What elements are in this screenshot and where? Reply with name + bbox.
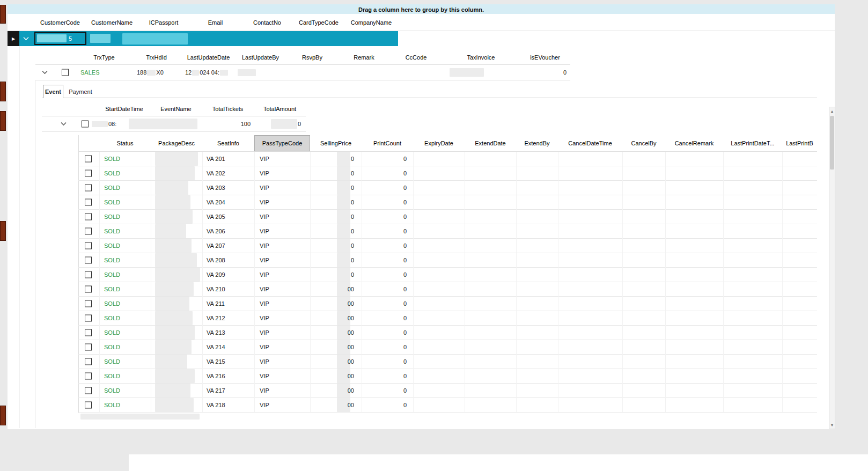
- ticket-row-va-211: SOLDVA 211VIP000: [78, 297, 817, 311]
- detail-indent-line: [35, 80, 36, 428]
- ticket-row-va-215: SOLDVA 215VIP000: [78, 355, 817, 369]
- column-header-email[interactable]: Email: [189, 14, 241, 31]
- ticket-checkbox[interactable]: [85, 214, 92, 220]
- column-header-lastupdatedate[interactable]: LastUpdateDate: [182, 50, 234, 64]
- ticket-checkbox[interactable]: [85, 373, 92, 380]
- ticket-print-count: 0: [362, 297, 410, 311]
- ticket-checkbox[interactable]: [85, 156, 92, 163]
- focused-customer-code-cell[interactable]: 5: [34, 32, 86, 45]
- redacted-package-desc: [155, 282, 194, 296]
- ticket-checkbox[interactable]: [85, 344, 92, 351]
- scroll-up-button[interactable]: ▲: [829, 107, 835, 115]
- ticket-checkbox[interactable]: [85, 271, 92, 278]
- ticket-checkbox[interactable]: [85, 387, 92, 394]
- ticket-seat: VA 212: [207, 311, 225, 325]
- redacted-package-desc: [155, 181, 188, 195]
- ticket-print-count: 0: [362, 239, 410, 253]
- background-window-fragment: [0, 111, 6, 131]
- background-window-fragment: [0, 406, 6, 425]
- redacted-package-desc: [155, 239, 192, 253]
- column-header-totalamount[interactable]: TotalAmount: [254, 102, 306, 116]
- ticket-selling-price-partial: 0: [314, 224, 357, 238]
- column-header-trxhdid[interactable]: TrxHdId: [130, 50, 182, 64]
- ticket-checkbox[interactable]: [85, 402, 92, 409]
- ticket-selling-price-partial: 00: [314, 384, 357, 398]
- tab-event[interactable]: Event: [43, 85, 63, 98]
- ticket-status: SOLD: [104, 195, 120, 209]
- ticket-row-va-202: SOLDVA 202VIP00: [78, 166, 817, 181]
- ticket-checkbox[interactable]: [85, 257, 92, 264]
- ticket-row-va-205: SOLDVA 205VIP00: [78, 210, 817, 224]
- ticket-selling-price-partial: 00: [314, 398, 357, 412]
- trx-hdid-cell: 188X0: [137, 65, 164, 80]
- event-checkbox[interactable]: [82, 121, 89, 128]
- ticket-checkbox[interactable]: [85, 242, 92, 249]
- ticket-status: SOLD: [104, 311, 120, 325]
- event-row[interactable]: 08: 100 0: [42, 116, 306, 132]
- column-header-cardtypecode[interactable]: CardTypeCode: [293, 14, 344, 31]
- ticket-checkbox[interactable]: [85, 170, 92, 177]
- column-header-contactno[interactable]: ContactNo: [241, 14, 293, 31]
- grid-column-line: [516, 152, 517, 413]
- column-header-remark[interactable]: Remark: [338, 50, 390, 64]
- redacted-tax-invoice: [450, 68, 484, 77]
- ticket-row-va-203: SOLDVA 203VIP00: [78, 181, 817, 195]
- ticket-checkbox[interactable]: [85, 358, 92, 365]
- column-header-startdatetime[interactable]: StartDateTime: [98, 102, 150, 116]
- collapse-chevron-icon[interactable]: [22, 35, 30, 43]
- transaction-row[interactable]: SALES 188X0 12024 04: 0: [35, 65, 570, 80]
- ticket-checkbox[interactable]: [85, 300, 92, 307]
- column-header-eventname[interactable]: EventName: [150, 102, 202, 116]
- ticket-status: SOLD: [104, 166, 120, 180]
- ticket-status: SOLD: [104, 152, 120, 166]
- column-header-customercode[interactable]: CustomerCode: [34, 14, 86, 31]
- ticket-seat: VA 202: [207, 166, 225, 180]
- grid-column-line: [362, 152, 362, 413]
- group-by-bar[interactable]: Drag a column here to group by this colu…: [8, 4, 835, 14]
- ticket-checkbox[interactable]: [85, 199, 92, 206]
- customer-row-selected[interactable]: 5: [19, 31, 398, 46]
- ticket-seat: VA 203: [207, 181, 225, 195]
- ticket-print-count: 0: [362, 152, 410, 166]
- transaction-checkbox[interactable]: [62, 69, 69, 76]
- ticket-seat: VA 214: [207, 340, 225, 354]
- ticket-checkbox[interactable]: [85, 185, 92, 192]
- tab-payment[interactable]: Payment: [63, 85, 98, 98]
- redacted-event-name: [129, 119, 197, 129]
- expand-chevron-icon[interactable]: [41, 69, 49, 77]
- column-header-customername[interactable]: CustomerName: [86, 14, 138, 31]
- background-window-fragment: [0, 82, 6, 101]
- ticket-status: SOLD: [104, 398, 120, 412]
- column-header-trxtype[interactable]: TrxType: [78, 50, 130, 64]
- ticket-seat: VA 209: [207, 268, 225, 282]
- scroll-down-button[interactable]: ▼: [829, 421, 835, 429]
- date-mid: 024 04:: [200, 69, 219, 76]
- ticket-checkbox[interactable]: [85, 286, 92, 293]
- redacted-icpassport: [122, 33, 188, 45]
- column-header-rsvpby[interactable]: RsvpBy: [286, 50, 338, 64]
- ticket-checkbox[interactable]: [85, 315, 92, 322]
- column-header-icpassport[interactable]: ICPassport: [138, 14, 189, 31]
- column-header-companyname[interactable]: CompanyName: [344, 14, 398, 31]
- column-header-lastupdateby[interactable]: LastUpdateBy: [234, 50, 286, 64]
- row-indicator: ▶: [8, 31, 19, 46]
- column-header-isevoucher[interactable]: isEVoucher: [520, 50, 570, 64]
- grid-column-line: [465, 152, 465, 413]
- column-header-taxinvoice[interactable]: TaxInvoice: [442, 50, 520, 64]
- background-window-fragment: [0, 5, 6, 24]
- column-header-totaltickets[interactable]: TotalTickets: [202, 102, 254, 116]
- ticket-pass-type: VIP: [260, 224, 269, 238]
- column-header-cccode[interactable]: CcCode: [390, 50, 442, 64]
- ticket-print-count: 0: [362, 268, 410, 282]
- vertical-scrollbar[interactable]: ▲ ▼: [829, 107, 835, 429]
- ticket-status: SOLD: [104, 369, 120, 383]
- expand-chevron-icon[interactable]: [60, 120, 68, 128]
- ticket-selling-price-partial: 00: [314, 326, 357, 340]
- ticket-checkbox[interactable]: [85, 329, 92, 336]
- ticket-status: SOLD: [104, 340, 120, 354]
- scrollbar-thumb[interactable]: [830, 116, 834, 170]
- ticket-checkbox[interactable]: [85, 228, 92, 235]
- ticket-row-va-218: SOLDVA 218VIP000: [78, 398, 817, 413]
- redacted-package-desc: [155, 326, 195, 340]
- ticket-pass-type: VIP: [260, 355, 269, 369]
